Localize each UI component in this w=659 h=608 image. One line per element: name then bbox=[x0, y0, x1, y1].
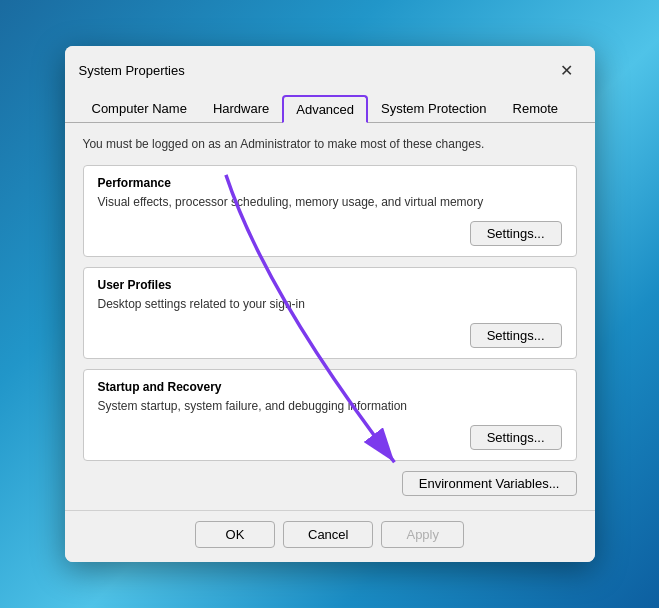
apply-button[interactable]: Apply bbox=[381, 521, 464, 548]
startup-recovery-footer: Settings... bbox=[98, 425, 562, 450]
cancel-button[interactable]: Cancel bbox=[283, 521, 373, 548]
tab-system-protection[interactable]: System Protection bbox=[368, 95, 500, 123]
window-title: System Properties bbox=[79, 63, 185, 78]
user-profiles-section: User Profiles Desktop settings related t… bbox=[83, 267, 577, 359]
user-profiles-title: User Profiles bbox=[98, 278, 562, 292]
performance-desc: Visual effects, processor scheduling, me… bbox=[98, 194, 562, 211]
info-text: You must be logged on as an Administrato… bbox=[83, 137, 577, 151]
startup-recovery-section: Startup and Recovery System startup, sys… bbox=[83, 369, 577, 461]
performance-footer: Settings... bbox=[98, 221, 562, 246]
close-button[interactable]: ✕ bbox=[553, 56, 581, 84]
title-bar: System Properties ✕ bbox=[65, 46, 595, 84]
user-profiles-settings-button[interactable]: Settings... bbox=[470, 323, 562, 348]
performance-section: Performance Visual effects, processor sc… bbox=[83, 165, 577, 257]
startup-recovery-desc: System startup, system failure, and debu… bbox=[98, 398, 562, 415]
ok-button[interactable]: OK bbox=[195, 521, 275, 548]
tab-hardware[interactable]: Hardware bbox=[200, 95, 282, 123]
performance-title: Performance bbox=[98, 176, 562, 190]
system-properties-dialog: System Properties ✕ Computer Name Hardwa… bbox=[65, 46, 595, 561]
environment-variables-button[interactable]: Environment Variables... bbox=[402, 471, 577, 496]
tab-remote[interactable]: Remote bbox=[500, 95, 572, 123]
tab-content: You must be logged on as an Administrato… bbox=[65, 123, 595, 509]
tab-bar: Computer Name Hardware Advanced System P… bbox=[65, 88, 595, 123]
startup-recovery-settings-button[interactable]: Settings... bbox=[470, 425, 562, 450]
dialog-footer: OK Cancel Apply bbox=[65, 510, 595, 562]
env-variables-row: Environment Variables... bbox=[83, 471, 577, 496]
tab-computer-name[interactable]: Computer Name bbox=[79, 95, 200, 123]
startup-recovery-title: Startup and Recovery bbox=[98, 380, 562, 394]
user-profiles-desc: Desktop settings related to your sign-in bbox=[98, 296, 562, 313]
performance-settings-button[interactable]: Settings... bbox=[470, 221, 562, 246]
tab-advanced[interactable]: Advanced bbox=[282, 95, 368, 123]
user-profiles-footer: Settings... bbox=[98, 323, 562, 348]
